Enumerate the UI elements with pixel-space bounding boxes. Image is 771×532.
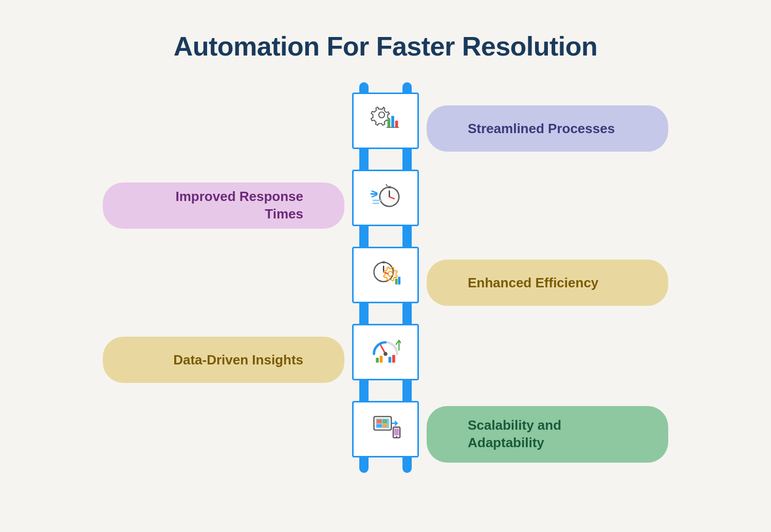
svg-rect-14 — [373, 200, 382, 201]
svg-rect-28 — [392, 355, 395, 362]
ladder — [352, 82, 419, 473]
device-adaptability-icon — [370, 412, 401, 447]
svg-rect-22 — [398, 277, 400, 285]
svg-rect-15 — [373, 203, 379, 204]
diagram-container: Streamlined Processes Enhanced Efficienc… — [103, 82, 668, 473]
rung-5 — [352, 401, 419, 457]
svg-rect-2 — [391, 116, 394, 127]
label-data-driven-insights: Data-Driven Insights — [103, 337, 344, 383]
svg-rect-19 — [382, 262, 385, 264]
clock-efficiency-icon — [370, 258, 401, 292]
svg-rect-37 — [394, 429, 399, 435]
label-enhanced-efficiency: Enhanced Efficiency — [427, 260, 668, 306]
svg-rect-1 — [388, 119, 391, 127]
rung-3 — [352, 247, 419, 303]
rung-2 — [352, 170, 419, 226]
svg-rect-33 — [382, 419, 387, 424]
dashboard-chart-icon — [370, 335, 401, 370]
svg-rect-12 — [388, 186, 391, 188]
rung-1 — [352, 93, 419, 149]
svg-rect-27 — [389, 357, 392, 362]
svg-rect-25 — [376, 358, 379, 362]
svg-line-13 — [386, 185, 388, 187]
speed-clock-icon — [370, 180, 401, 215]
svg-line-7 — [372, 195, 377, 197]
label-scalability-adaptability: Scalability andAdaptability — [427, 406, 668, 463]
svg-rect-26 — [380, 356, 383, 362]
svg-point-24 — [383, 352, 388, 356]
rung-4 — [352, 324, 419, 380]
svg-point-38 — [396, 436, 397, 437]
svg-rect-35 — [382, 424, 387, 427]
label-streamlined-processes: Streamlined Processes — [427, 105, 668, 152]
svg-rect-21 — [395, 279, 398, 284]
label-improved-response-times: Improved ResponseTimes — [103, 182, 344, 229]
page-title: Automation For Faster Resolution — [174, 31, 598, 62]
svg-rect-32 — [377, 419, 381, 424]
svg-rect-34 — [377, 424, 381, 427]
gear-chart-icon — [370, 103, 401, 138]
svg-point-0 — [379, 112, 384, 118]
svg-line-6 — [372, 191, 377, 193]
svg-rect-3 — [395, 121, 398, 127]
